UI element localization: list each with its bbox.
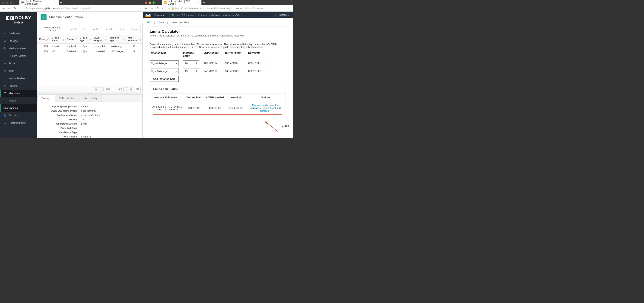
resize-handle[interactable]: ═══ (37, 92, 142, 94)
aws-window: ▣ Limits calculator | EC2 Manage × + ← →… (143, 0, 293, 138)
sidebar-item-media-analyzer[interactable]: 🔍Media Analyzer (0, 45, 37, 52)
maximize-icon[interactable] (152, 2, 155, 4)
tab-close-icon[interactable]: × (198, 1, 200, 4)
url-bar[interactable]: 🔍 https://demo.hybrik.com/wf/main#/machi… (24, 6, 141, 11)
sidebar-item-watch-folders[interactable]: 🗀Watch Folders (0, 75, 37, 82)
nav-icon: ≣ (3, 40, 6, 43)
close-button[interactable]: Close (143, 122, 293, 130)
col-machine-type[interactable]: Machine Type⇅ (108, 35, 126, 44)
highlight-underline (153, 114, 282, 115)
sidebar-item-storage[interactable]: ≣Storage (0, 37, 37, 45)
instance-count-input[interactable]: 15▲▼ (183, 68, 199, 74)
maximize-icon[interactable] (10, 2, 12, 4)
browser-tab-aws[interactable]: ▣ Limits calculator | EC2 Manage × (162, 0, 202, 5)
home-button[interactable]: ⌂ (161, 6, 165, 11)
tab-close-icon[interactable]: × (55, 1, 57, 4)
sort-icon[interactable]: ⇅ (62, 39, 64, 41)
forward-button[interactable]: → (7, 6, 11, 11)
clone-button[interactable]: Clone (116, 25, 128, 33)
limit-name: All Standard (A, C, D, H, I, M, R, T, Z)… (150, 101, 184, 115)
sidebar-item-quality-control[interactable]: ⫿Quality Control‹ (0, 52, 37, 60)
crumb-ec2[interactable]: EC2 (146, 21, 152, 24)
sidebar-item-machines[interactable]: 🖵Machines‹ (0, 90, 37, 97)
col-priority[interactable]: Priority⇅ (38, 35, 50, 44)
crumb-limits[interactable]: Limits (158, 21, 164, 24)
tab-settings[interactable]: Settings (38, 95, 55, 102)
detail-tabs: SettingsCPU UtilizationPrice History (38, 95, 142, 102)
col-max-machine[interactable]: Max Machine⇅ (126, 35, 142, 44)
clear-icon[interactable]: × (176, 62, 177, 65)
request-spot-link[interactable]: Request spot limit increase ↗ (260, 107, 281, 112)
instance-count-input[interactable]: 10▲▼ (183, 60, 199, 66)
sort-icon[interactable]: ⇅ (75, 38, 77, 40)
pager-prev-icon[interactable]: ◂◂ (99, 88, 104, 91)
instance-row: 🔍m5.4xlarge×15▲▼240 vCPUs640 vCPUs880 vC… (150, 68, 286, 74)
chevron-left-icon: ‹ (34, 70, 34, 72)
pager-last-icon[interactable]: ▸I (129, 88, 133, 91)
new-computing-group-button[interactable]: New Computing Group (39, 25, 66, 33)
collapse-sidebar-button[interactable]: ≡ (40, 14, 46, 20)
back-button[interactable]: ← (144, 6, 148, 11)
forward-button[interactable]: → (150, 6, 154, 11)
page-size-select[interactable] (134, 87, 140, 91)
col-group-type[interactable]: Group Type⇅ (78, 35, 92, 44)
col-group-name[interactable]: Group Name⇅ (50, 35, 65, 44)
sort-icon[interactable]: ⇅ (140, 39, 142, 41)
sort-icon[interactable]: ⇅ (106, 39, 107, 41)
sort-icon[interactable]: ⇅ (123, 39, 125, 41)
tab-price-history[interactable]: Price History (79, 95, 102, 102)
instance-type-input[interactable]: 🔍m5.4xlarge× (150, 68, 179, 74)
minimize-icon[interactable] (149, 2, 151, 4)
col-aws-region[interactable]: AWS Region⇅ (92, 35, 108, 44)
main-content: ≡ Machine Configuration New Computing Gr… (37, 12, 142, 138)
sidebar-item-documentation[interactable]: 🕮Documentation‹ (0, 119, 37, 127)
home-button[interactable]: ⌂ (18, 6, 22, 11)
sidebar-item-account[interactable]: 👤Account‹ (0, 112, 37, 119)
aws-logo-icon[interactable]: aws (146, 13, 151, 17)
edit-button[interactable]: Edit (79, 25, 89, 33)
reload-button[interactable]: ⟳ (156, 6, 160, 11)
url-text: https://demo.hybrik.com/wf/main#/machine… (30, 7, 92, 10)
reload-button[interactable]: ⟳ (13, 6, 17, 11)
sidebar-item-dashboard[interactable]: ⌾Dashboard (0, 30, 37, 37)
browser-tab-hybrik[interactable]: Hy Hybrik | Machine Configuration × (20, 0, 59, 5)
url-bar[interactable]: ◎ 🔒 https://console.aws.amazon.com/ec2/v… (167, 6, 291, 11)
sidebar-subitem-activity[interactable]: Activity (0, 97, 37, 104)
col-status[interactable]: Status⇅ (65, 35, 78, 44)
services-menu[interactable]: Services▾ (154, 14, 166, 17)
clear-icon[interactable]: × (176, 70, 177, 73)
close-icon[interactable] (145, 2, 147, 4)
table-row[interactable]: 100m5EnabledSpotus-east-1m5.4xlarge5 (38, 49, 142, 54)
new-tab-button[interactable]: + (59, 0, 64, 5)
pager-first-icon[interactable]: I◂ (94, 88, 98, 91)
remove-row-icon[interactable]: × (268, 61, 271, 65)
instance-type-input[interactable]: 🔍c4.4xlarge× (150, 60, 179, 66)
aws-search-input[interactable]: 🔍 Search for services, features, marketp… (170, 13, 276, 18)
disable-button[interactable]: Disable (102, 25, 116, 33)
enable-button[interactable]: Enable (89, 25, 102, 33)
page-input[interactable] (111, 87, 117, 91)
minimize-icon[interactable] (6, 2, 8, 4)
back-button[interactable]: ← (2, 6, 6, 11)
pager-next-icon[interactable]: ▸▸ (123, 88, 128, 91)
hybrik-app: ◧◨DOLBY Hybrik ⌾Dashboard≣Storage🔍Media … (0, 12, 142, 138)
chevron-left-icon: ‹ (34, 85, 34, 87)
detail-row: Operating System :Linux (42, 122, 138, 126)
sidebar-item-tasks[interactable]: ⇄Tasks‹ (0, 60, 37, 67)
sidebar-subitem-configuration[interactable]: Configuration (0, 104, 37, 112)
sort-icon[interactable]: ⇅ (90, 39, 92, 41)
traffic-lights (0, 2, 12, 4)
sort-icon[interactable]: ⇅ (48, 38, 49, 40)
launch-button[interactable]: Launch (66, 25, 80, 33)
remove-row-icon[interactable]: × (268, 69, 271, 73)
stepper-icon[interactable]: ▲▼ (196, 62, 198, 65)
stepper-icon[interactable]: ▲▼ (196, 70, 198, 72)
add-instance-type-button[interactable]: Add instance type (150, 76, 179, 82)
tab-cpu-utilization[interactable]: CPU Utilization (54, 95, 80, 102)
sidebar-item-presets[interactable]: ≡Presets‹ (0, 82, 37, 90)
sidebar-item-jobs[interactable]: ▤Jobs‹ (0, 67, 37, 75)
table-row[interactable]: 100defaultEnabledSpotus-east-1c4.4xlarge… (38, 44, 142, 49)
new-tab-button[interactable]: + (202, 0, 207, 5)
delete-button[interactable]: Delete (128, 25, 140, 33)
close-icon[interactable] (2, 2, 4, 4)
